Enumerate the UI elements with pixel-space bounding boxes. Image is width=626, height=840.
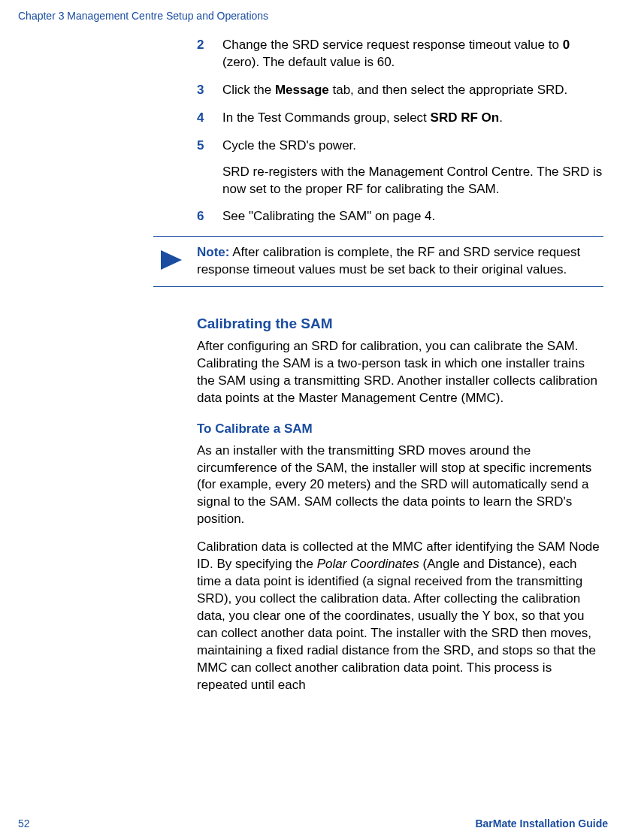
step-number: 5 <box>197 137 222 198</box>
page-number: 52 <box>18 817 30 831</box>
text: . <box>499 110 503 125</box>
step-body: In the Test Commands group, select SRD R… <box>222 110 603 127</box>
page-footer: 52 BarMate Installation Guide <box>18 817 608 831</box>
text: In the Test Commands group, select <box>222 110 431 125</box>
italic-text: Polar Coordinates <box>317 557 419 571</box>
step-number: 3 <box>197 82 222 99</box>
section-heading: Calibrating the SAM <box>197 314 603 334</box>
paragraph: After configuring an SRD for calibration… <box>197 338 603 407</box>
text: SRD re-registers with the Management Con… <box>222 164 603 198</box>
step-5: 5 Cycle the SRD's power. SRD re-register… <box>197 137 603 198</box>
text: Click the <box>222 83 275 97</box>
bold-text: Message <box>275 83 329 97</box>
text: tab, and then select the appropriate SRD… <box>329 83 568 97</box>
paragraph: Calibration data is collected at the MMC… <box>197 539 603 693</box>
note-block: Note: After calibration is complete, the… <box>153 236 603 287</box>
step-number: 6 <box>197 208 222 225</box>
sub-heading: To Calibrate a SAM <box>197 421 603 438</box>
text: (zero). The default value is 60. <box>222 55 395 69</box>
text: See "Calibrating the SAM" on page 4. <box>222 208 603 225</box>
section-content: Calibrating the SAM After configuring an… <box>197 314 603 693</box>
step-body: See "Calibrating the SAM" on page 4. <box>222 208 603 225</box>
note-arrow-icon <box>153 244 189 276</box>
step-6: 6 See "Calibrating the SAM" on page 4. <box>197 208 603 225</box>
guide-title: BarMate Installation Guide <box>475 817 608 831</box>
note-text: Note: After calibration is complete, the… <box>189 244 603 279</box>
note-label: Note: <box>197 245 229 259</box>
text: (Angle and Distance), each time a data p… <box>197 557 596 692</box>
paragraph: As an installer with the transmitting SR… <box>197 443 603 529</box>
chapter-header: Chapter 3 Management Centre Setup and Op… <box>18 9 608 23</box>
text: Cycle the SRD's power. <box>222 137 603 155</box>
main-content: 2 Change the SRD service request respons… <box>197 37 603 226</box>
step-4: 4 In the Test Commands group, select SRD… <box>197 110 603 127</box>
step-3: 3 Click the Message tab, and then select… <box>197 82 603 99</box>
step-number: 2 <box>197 37 222 71</box>
bold-text: SRD RF On <box>431 110 500 125</box>
step-body: Change the SRD service request response … <box>222 37 603 71</box>
text: Change the SRD service request response … <box>222 38 563 52</box>
step-body: Click the Message tab, and then select t… <box>222 82 603 99</box>
step-number: 4 <box>197 110 222 127</box>
step-2: 2 Change the SRD service request respons… <box>197 37 603 71</box>
bold-text: 0 <box>563 38 570 52</box>
step-body: Cycle the SRD's power. SRD re-registers … <box>222 137 603 198</box>
text: After calibration is complete, the RF an… <box>197 245 580 276</box>
svg-marker-0 <box>161 250 182 270</box>
